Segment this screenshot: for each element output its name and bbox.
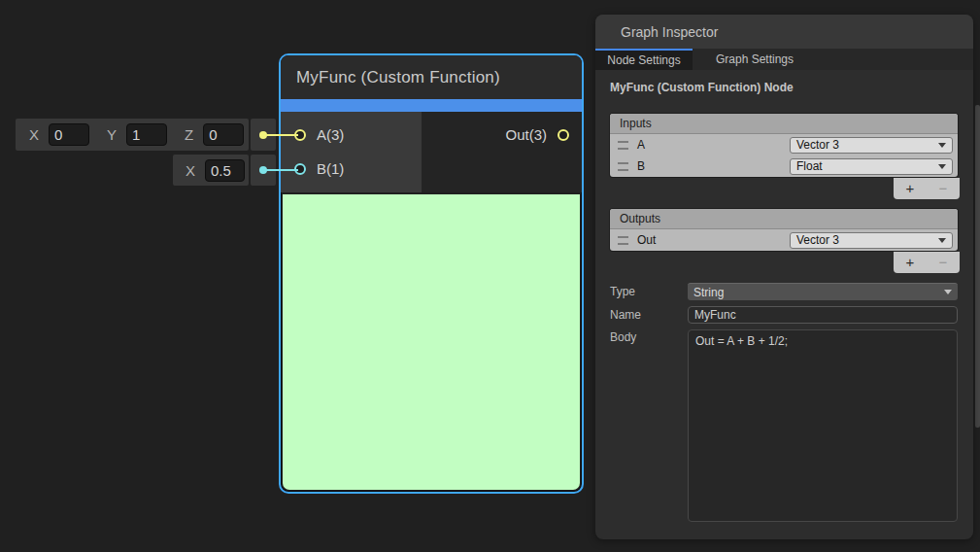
inputs-add-remove-bar: + − bbox=[894, 178, 960, 199]
node-output-ports: Out(3) bbox=[422, 112, 582, 192]
port-row-a: A(3) bbox=[281, 118, 422, 152]
tab-graph-settings[interactable]: Graph Settings bbox=[702, 49, 807, 70]
input-a-name: A bbox=[637, 138, 645, 152]
input-b-name: B bbox=[637, 159, 645, 173]
input-row-a[interactable]: A Vector 3 bbox=[610, 134, 958, 155]
port-row-b: B(1) bbox=[281, 152, 422, 186]
input-row-b[interactable]: B Float bbox=[610, 155, 958, 177]
outputs-box-header: Outputs bbox=[610, 209, 958, 229]
output-out-type-value: Vector 3 bbox=[796, 233, 839, 247]
tab-graph-settings-label: Graph Settings bbox=[716, 52, 794, 66]
drag-handle-icon[interactable] bbox=[618, 162, 628, 171]
edge-wire-b[interactable] bbox=[263, 169, 298, 171]
output-out-type-dropdown[interactable]: Vector 3 bbox=[790, 232, 953, 249]
input-b-type-value: Float bbox=[796, 159, 823, 173]
port-b-label: B(1) bbox=[317, 160, 344, 177]
edge-wire-a[interactable] bbox=[263, 134, 298, 136]
output-row-out[interactable]: Out Vector 3 bbox=[610, 229, 958, 251]
type-value: String bbox=[693, 286, 724, 299]
type-dropdown[interactable]: String bbox=[688, 283, 958, 300]
type-label: Type bbox=[610, 285, 635, 298]
drag-handle-icon[interactable] bbox=[618, 236, 628, 245]
vector3-input-widget: X 0 Y 1 Z 0 bbox=[16, 119, 249, 151]
add-output-button[interactable]: + bbox=[906, 252, 915, 273]
vector3-y-label: Y bbox=[107, 126, 117, 143]
tab-node-settings-label: Node Settings bbox=[607, 53, 680, 67]
inspector-title: Graph Inspector bbox=[621, 24, 718, 40]
window-scrollbar[interactable] bbox=[975, 105, 980, 428]
node-title[interactable]: MyFunc (Custom Function) bbox=[281, 55, 582, 99]
float-input-widget: X 0.5 bbox=[173, 155, 249, 186]
dropdown-arrow-icon bbox=[938, 164, 946, 169]
outputs-add-remove-bar: + − bbox=[894, 252, 960, 273]
output-port-out-icon[interactable] bbox=[558, 129, 569, 141]
dropdown-arrow-icon bbox=[938, 238, 946, 243]
dropdown-arrow-icon bbox=[938, 143, 946, 148]
remove-output-button[interactable]: − bbox=[939, 252, 948, 273]
output-out-name: Out bbox=[637, 233, 656, 247]
inspector-tab-bar: Node Settings Graph Settings bbox=[595, 49, 973, 70]
port-out-label: Out(3) bbox=[505, 126, 547, 143]
tab-node-settings[interactable]: Node Settings bbox=[595, 49, 693, 70]
node-preview bbox=[283, 194, 580, 490]
drag-handle-icon[interactable] bbox=[618, 141, 628, 150]
add-input-button[interactable]: + bbox=[906, 178, 915, 199]
port-row-out: Out(3) bbox=[505, 118, 582, 152]
inputs-box-header: Inputs bbox=[610, 114, 958, 134]
dropdown-arrow-icon bbox=[944, 290, 952, 294]
input-a-type-value: Vector 3 bbox=[796, 138, 839, 152]
name-label: Name bbox=[610, 308, 641, 322]
inspector-header[interactable]: Graph Inspector bbox=[595, 15, 973, 49]
input-b-type-dropdown[interactable]: Float bbox=[790, 158, 953, 175]
outputs-box: Outputs Out Vector 3 bbox=[610, 209, 958, 251]
vector3-z-field[interactable]: 0 bbox=[203, 123, 244, 146]
port-a-label: A(3) bbox=[317, 126, 344, 143]
float-x-field[interactable]: 0.5 bbox=[205, 159, 245, 182]
node-selection-bar bbox=[281, 99, 582, 112]
vector3-x-field[interactable]: 0 bbox=[49, 123, 89, 146]
float-x-label: X bbox=[186, 162, 195, 179]
name-field[interactable] bbox=[688, 306, 958, 324]
node-input-ports: A(3) B(1) bbox=[281, 112, 422, 192]
vector3-z-label: Z bbox=[185, 126, 193, 143]
body-field[interactable]: Out = A + B + 1/2; bbox=[688, 329, 958, 522]
inputs-box: Inputs A Vector 3 B Float bbox=[610, 114, 958, 177]
vector3-x-label: X bbox=[29, 126, 39, 143]
input-a-type-dropdown[interactable]: Vector 3 bbox=[790, 137, 953, 154]
custom-function-node[interactable]: MyFunc (Custom Function) A(3) B(1) Out(3… bbox=[279, 53, 584, 494]
vector3-y-field[interactable]: 1 bbox=[126, 123, 167, 146]
body-label: Body bbox=[610, 330, 636, 344]
remove-input-button[interactable]: − bbox=[939, 178, 948, 199]
graph-inspector-panel: Graph Inspector Node Settings Graph Sett… bbox=[595, 15, 973, 539]
node-settings-heading: MyFunc (Custom Function) Node bbox=[595, 70, 973, 94]
